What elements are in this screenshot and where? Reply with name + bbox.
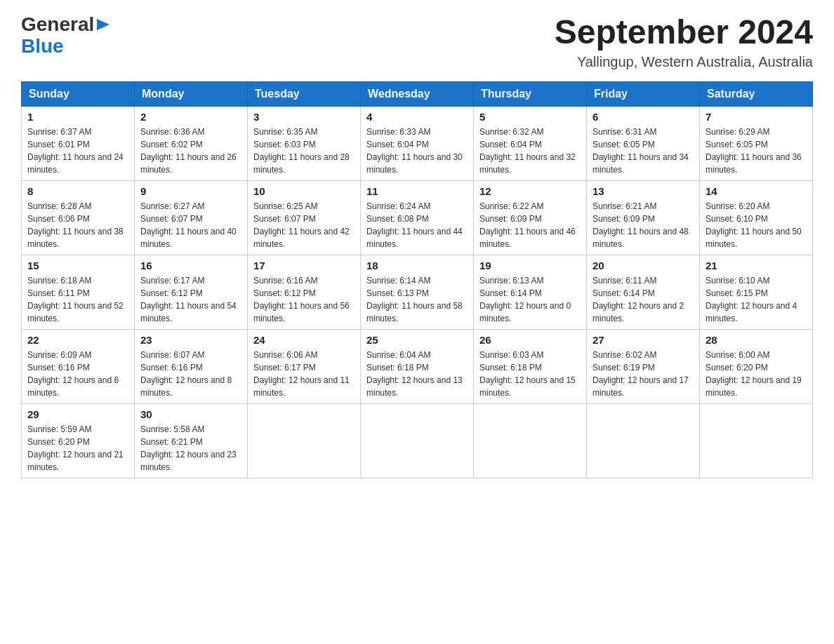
table-cell: 23Sunrise: 6:07 AMSunset: 6:16 PMDayligh… [135,329,248,403]
col-sunday: Sunday [22,81,135,106]
day-info: Sunrise: 6:25 AMSunset: 6:07 PMDaylight:… [253,200,355,250]
table-cell [248,403,361,478]
col-saturday: Saturday [700,81,813,106]
day-info: Sunrise: 6:27 AMSunset: 6:07 PMDaylight:… [140,200,241,250]
calendar-table: Sunday Monday Tuesday Wednesday Thursday… [21,81,813,478]
col-tuesday: Tuesday [248,81,361,106]
day-number: 17 [253,260,355,271]
day-number: 30 [140,408,241,420]
logo-arrow-icon [95,17,111,32]
day-info: Sunrise: 6:10 AMSunset: 6:15 PMDaylight:… [706,274,807,325]
day-info: Sunrise: 6:17 AMSunset: 6:12 PMDaylight:… [140,274,241,325]
table-cell: 30Sunrise: 5:58 AMSunset: 6:21 PMDayligh… [135,403,248,478]
table-cell: 25Sunrise: 6:04 AMSunset: 6:18 PMDayligh… [361,329,474,403]
table-cell: 21Sunrise: 6:10 AMSunset: 6:15 PMDayligh… [700,255,813,329]
day-number: 20 [593,260,694,271]
day-number: 2 [140,111,241,123]
day-number: 26 [479,334,581,346]
table-cell [700,403,813,478]
table-cell: 22Sunrise: 6:09 AMSunset: 6:16 PMDayligh… [22,329,135,403]
day-info: Sunrise: 6:16 AMSunset: 6:12 PMDaylight:… [253,274,355,325]
table-cell: 10Sunrise: 6:25 AMSunset: 6:07 PMDayligh… [248,180,361,255]
week-row-3: 15Sunrise: 6:18 AMSunset: 6:11 PMDayligh… [22,255,813,329]
day-number: 18 [366,260,468,271]
day-number: 7 [706,111,807,123]
table-cell: 2Sunrise: 6:36 AMSunset: 6:02 PMDaylight… [135,106,248,180]
table-cell: 18Sunrise: 6:14 AMSunset: 6:13 PMDayligh… [361,255,474,329]
day-info: Sunrise: 6:04 AMSunset: 6:18 PMDaylight:… [366,349,468,399]
table-cell: 17Sunrise: 6:16 AMSunset: 6:12 PMDayligh… [248,255,361,329]
day-info: Sunrise: 6:18 AMSunset: 6:11 PMDaylight:… [27,274,128,325]
day-number: 22 [27,334,128,346]
table-cell: 15Sunrise: 6:18 AMSunset: 6:11 PMDayligh… [22,255,135,329]
table-cell: 8Sunrise: 6:28 AMSunset: 6:06 PMDaylight… [22,180,135,255]
table-cell: 24Sunrise: 6:06 AMSunset: 6:17 PMDayligh… [248,329,361,403]
table-cell: 26Sunrise: 6:03 AMSunset: 6:18 PMDayligh… [474,329,587,403]
day-info: Sunrise: 6:09 AMSunset: 6:16 PMDaylight:… [27,349,128,399]
day-number: 14 [706,185,807,197]
table-cell: 12Sunrise: 6:22 AMSunset: 6:09 PMDayligh… [474,180,587,255]
day-number: 8 [27,185,128,197]
table-cell [587,403,700,478]
day-number: 29 [27,408,128,420]
day-info: Sunrise: 6:22 AMSunset: 6:09 PMDaylight:… [479,200,581,250]
day-info: Sunrise: 6:13 AMSunset: 6:14 PMDaylight:… [479,274,581,325]
table-cell: 5Sunrise: 6:32 AMSunset: 6:04 PMDaylight… [474,106,587,180]
day-info: Sunrise: 6:36 AMSunset: 6:02 PMDaylight:… [140,126,241,176]
day-number: 11 [366,185,468,197]
day-number: 5 [479,111,581,123]
day-info: Sunrise: 6:33 AMSunset: 6:04 PMDaylight:… [366,126,468,176]
table-cell: 19Sunrise: 6:13 AMSunset: 6:14 PMDayligh… [474,255,587,329]
table-cell: 9Sunrise: 6:27 AMSunset: 6:07 PMDaylight… [135,180,248,255]
week-row-1: 1Sunrise: 6:37 AMSunset: 6:01 PMDaylight… [22,106,813,180]
week-row-4: 22Sunrise: 6:09 AMSunset: 6:16 PMDayligh… [22,329,813,403]
day-number: 24 [253,334,355,346]
location-subtitle: Yallingup, Western Australia, Australia [555,54,813,70]
col-wednesday: Wednesday [361,81,474,106]
day-info: Sunrise: 5:59 AMSunset: 6:20 PMDaylight:… [27,423,128,474]
title-area: September 2024 Yallingup, Western Austra… [555,14,813,70]
table-cell: 7Sunrise: 6:29 AMSunset: 6:05 PMDaylight… [700,106,813,180]
day-info: Sunrise: 6:14 AMSunset: 6:13 PMDaylight:… [366,274,468,325]
day-number: 28 [706,334,807,346]
day-info: Sunrise: 6:24 AMSunset: 6:08 PMDaylight:… [366,200,468,250]
day-info: Sunrise: 6:07 AMSunset: 6:16 PMDaylight:… [140,349,241,399]
table-cell: 29Sunrise: 5:59 AMSunset: 6:20 PMDayligh… [22,403,135,478]
table-cell: 1Sunrise: 6:37 AMSunset: 6:01 PMDaylight… [22,106,135,180]
day-number: 13 [593,185,694,197]
table-cell: 16Sunrise: 6:17 AMSunset: 6:12 PMDayligh… [135,255,248,329]
col-monday: Monday [135,81,248,106]
day-info: Sunrise: 6:03 AMSunset: 6:18 PMDaylight:… [479,349,581,399]
day-number: 6 [593,111,694,123]
month-year-title: September 2024 [555,14,813,51]
table-cell [361,403,474,478]
day-info: Sunrise: 6:31 AMSunset: 6:05 PMDaylight:… [593,126,694,176]
day-info: Sunrise: 6:20 AMSunset: 6:10 PMDaylight:… [706,200,807,250]
day-info: Sunrise: 6:00 AMSunset: 6:20 PMDaylight:… [706,349,807,399]
day-info: Sunrise: 6:29 AMSunset: 6:05 PMDaylight:… [706,126,807,176]
week-row-2: 8Sunrise: 6:28 AMSunset: 6:06 PMDaylight… [22,180,813,255]
logo: General Blue [21,14,111,58]
col-friday: Friday [587,81,700,106]
col-thursday: Thursday [474,81,587,106]
day-info: Sunrise: 6:21 AMSunset: 6:09 PMDaylight:… [593,200,694,250]
weekday-header-row: Sunday Monday Tuesday Wednesday Thursday… [22,81,813,106]
day-number: 1 [27,111,128,123]
table-cell: 27Sunrise: 6:02 AMSunset: 6:19 PMDayligh… [587,329,700,403]
day-number: 4 [366,111,468,123]
day-info: Sunrise: 6:32 AMSunset: 6:04 PMDaylight:… [479,126,581,176]
logo-general-text: General [21,14,94,36]
day-info: Sunrise: 6:35 AMSunset: 6:03 PMDaylight:… [253,126,355,176]
day-number: 21 [706,260,807,271]
day-info: Sunrise: 6:02 AMSunset: 6:19 PMDaylight:… [593,349,694,399]
day-info: Sunrise: 5:58 AMSunset: 6:21 PMDaylight:… [140,423,241,474]
table-cell: 11Sunrise: 6:24 AMSunset: 6:08 PMDayligh… [361,180,474,255]
day-info: Sunrise: 6:37 AMSunset: 6:01 PMDaylight:… [27,126,128,176]
table-cell: 3Sunrise: 6:35 AMSunset: 6:03 PMDaylight… [248,106,361,180]
table-cell: 13Sunrise: 6:21 AMSunset: 6:09 PMDayligh… [587,180,700,255]
day-number: 3 [253,111,355,123]
table-cell: 6Sunrise: 6:31 AMSunset: 6:05 PMDaylight… [587,106,700,180]
day-number: 16 [140,260,241,271]
day-number: 9 [140,185,241,197]
day-number: 10 [253,185,355,197]
